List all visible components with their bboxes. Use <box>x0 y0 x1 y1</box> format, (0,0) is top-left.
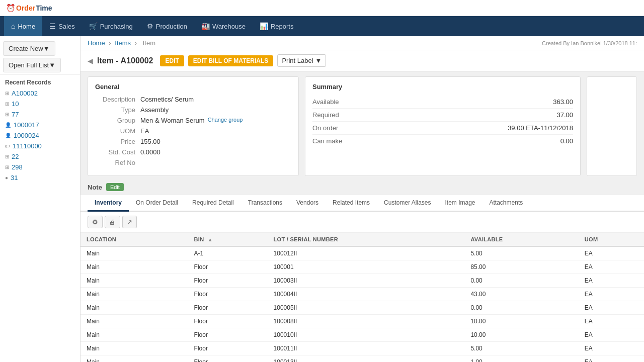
open-full-list-button[interactable]: Open Full List ▼ <box>3 58 61 72</box>
nav-item-home[interactable]: ⌂ Home <box>4 16 42 36</box>
person-icon: 👤 <box>5 122 11 128</box>
general-title: General <box>95 83 291 90</box>
tab-transactions[interactable]: Transactions <box>241 195 289 212</box>
home-icon: ⌂ <box>11 22 15 30</box>
cell-location[interactable]: Main <box>80 328 188 342</box>
sidebar-record-A100002[interactable]: ⊞ A100002 <box>0 88 80 99</box>
collapse-arrow-icon[interactable]: ◀ <box>88 57 93 65</box>
tab-inventory[interactable]: Inventory <box>88 195 129 212</box>
cell-uom: EA <box>579 274 644 288</box>
nav-item-reports[interactable]: 📊 Reports <box>253 16 301 36</box>
cell-bin: Floor <box>188 260 268 274</box>
cell-available: 5.00 <box>464 246 578 260</box>
tab-customer-aliases[interactable]: Customer Aliases <box>377 195 438 212</box>
cell-uom: EA <box>579 288 644 301</box>
tab-required-detail[interactable]: Required Detail <box>185 195 241 212</box>
edit-button[interactable]: EDIT <box>160 55 184 66</box>
cell-lot: 100005II <box>268 301 465 315</box>
cell-lot: 100013II <box>268 355 465 363</box>
cell-bin: Floor <box>188 355 268 363</box>
breadcrumb-items[interactable]: Items <box>115 39 131 47</box>
settings-toolbar-button[interactable]: ⚙ <box>88 216 103 228</box>
sidebar-record-1000024[interactable]: 👤 1000024 <box>0 130 80 141</box>
tab-attachments[interactable]: Attachments <box>482 195 530 212</box>
cell-uom: EA <box>579 328 644 342</box>
cell-bin: Floor <box>188 274 268 288</box>
sidebar-record-1000017[interactable]: 👤 1000017 <box>0 120 80 130</box>
sidebar-record-298[interactable]: ⊞ 298 <box>0 162 80 172</box>
circle-icon: ● <box>5 175 8 180</box>
cell-available: 0.00 <box>464 301 578 315</box>
tab-vendors[interactable]: Vendors <box>289 195 326 212</box>
cell-lot: 100003II <box>268 274 465 288</box>
person-icon: 👤 <box>5 133 11 138</box>
sidebar-record-31[interactable]: ● 31 <box>0 172 80 183</box>
nav-bar: ⌂ Home ☰ Sales 🛒 Purchasing ⚙ Production… <box>0 16 644 36</box>
nav-item-production[interactable]: ⚙ Production <box>140 16 194 36</box>
tab-related-items[interactable]: Related Items <box>326 195 377 212</box>
sidebar: Create New ▼ Open Full List ▼ Recent Rec… <box>0 36 80 362</box>
field-ref-no: Ref No <box>95 159 291 166</box>
cell-bin: Floor <box>188 342 268 355</box>
note-edit-button[interactable]: Edit <box>106 183 124 191</box>
sales-icon: ☰ <box>49 22 56 30</box>
cell-location[interactable]: Main <box>80 246 188 260</box>
cell-location[interactable]: Main <box>80 274 188 288</box>
page-title: Item - A100002 <box>97 56 153 65</box>
cell-bin: A-1 <box>188 246 268 260</box>
app-logo: ⏰ OrderTime <box>6 4 52 13</box>
print-toolbar-button[interactable]: 🖨 <box>105 216 120 228</box>
cell-bin: Floor <box>188 315 268 328</box>
page-header: ◀ Item - A100002 EDIT EDIT BILL OF MATER… <box>80 50 644 71</box>
export-toolbar-button[interactable]: ↗ <box>122 216 137 228</box>
warehouse-icon: 🏭 <box>201 22 210 30</box>
right-panel-stub <box>587 76 637 176</box>
col-bin[interactable]: BIN ▲ <box>188 233 268 246</box>
sidebar-record-10[interactable]: ⊞ 10 <box>0 99 80 109</box>
note-label: Note <box>88 184 102 191</box>
change-group-link[interactable]: Change group <box>208 117 243 124</box>
breadcrumb-home[interactable]: Home <box>88 39 105 47</box>
summary-title: Summary <box>312 83 573 90</box>
table-toolbar: ⚙ 🖨 ↗ <box>80 212 644 233</box>
cell-available: 10.00 <box>464 328 578 342</box>
cell-location[interactable]: Main <box>80 342 188 355</box>
cell-available: 43.00 <box>464 288 578 301</box>
table-row: Main A-1 100012II 5.00 EA <box>80 246 644 260</box>
field-price: Price 155.00 <box>95 138 291 145</box>
cell-location[interactable]: Main <box>80 288 188 301</box>
cell-location[interactable]: Main <box>80 315 188 328</box>
production-icon: ⚙ <box>147 22 153 30</box>
sidebar-record-77[interactable]: ⊞ 77 <box>0 109 80 120</box>
nav-item-purchasing[interactable]: 🛒 Purchasing <box>82 16 140 36</box>
tabs-bar: Inventory On Order Detail Required Detai… <box>80 195 644 212</box>
table-body: Main A-1 100012II 5.00 EA Main Floor 100… <box>80 246 644 362</box>
col-uom: UOM <box>579 233 644 246</box>
cell-location[interactable]: Main <box>80 355 188 363</box>
summary-required: Required 37.00 <box>312 109 573 122</box>
info-row: General Description Cosmetics/ Serum Typ… <box>80 71 644 181</box>
cell-bin: Floor <box>188 288 268 301</box>
field-uom: UOM EA <box>95 127 291 135</box>
cell-uom: EA <box>579 301 644 315</box>
tab-on-order-detail[interactable]: On Order Detail <box>129 195 185 212</box>
grid-icon: ⊞ <box>5 90 9 96</box>
print-label-button[interactable]: Print Label ▼ <box>277 54 326 67</box>
cell-available: 10.00 <box>464 315 578 328</box>
table-row: Main Floor 100001 85.00 EA <box>80 260 644 274</box>
edit-bom-button[interactable]: EDIT BILL OF MATERIALS <box>188 55 274 66</box>
tab-item-image[interactable]: Item Image <box>438 195 482 212</box>
logo-bar: ⏰ OrderTime <box>0 0 644 16</box>
sidebar-record-22[interactable]: ⊞ 22 <box>0 151 80 162</box>
cell-bin: Floor <box>188 328 268 342</box>
nav-item-sales[interactable]: ☰ Sales <box>42 16 82 36</box>
cell-location[interactable]: Main <box>80 301 188 315</box>
create-new-button[interactable]: Create New ▼ <box>3 41 55 56</box>
cell-uom: EA <box>579 246 644 260</box>
field-group: Group Men & Woman Serum Change group <box>95 117 291 124</box>
table-row: Main Floor 100005II 0.00 EA <box>80 301 644 315</box>
sidebar-record-11110000[interactable]: 🏷 11110000 <box>0 141 80 151</box>
cell-location[interactable]: Main <box>80 260 188 274</box>
nav-item-warehouse[interactable]: 🏭 Warehouse <box>194 16 253 36</box>
cell-uom: EA <box>579 355 644 363</box>
